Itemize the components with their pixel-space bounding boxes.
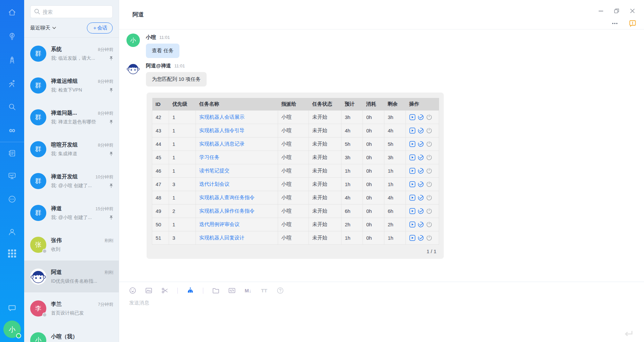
grid-icon[interactable]	[8, 249, 16, 258]
chat-preview: 首页设计稿已发	[51, 310, 84, 316]
notice-bubble-icon[interactable]	[629, 19, 637, 27]
task-consumed: 0h	[363, 151, 384, 164]
close-task-icon[interactable]	[426, 181, 432, 187]
close-task-icon[interactable]	[426, 221, 432, 228]
start-task-icon[interactable]	[409, 114, 416, 120]
recent-chats-dropdown[interactable]: 最近聊天	[30, 25, 56, 31]
more-circle-icon[interactable]	[8, 195, 16, 204]
task-status: 未开始	[309, 151, 341, 164]
infinity-icon[interactable]: ∞	[8, 126, 16, 134]
chat-message: 阿道@禅道 11:01 为您匹配到 10 项任务	[126, 62, 644, 87]
close-task-icon[interactable]	[426, 168, 432, 174]
close-button[interactable]	[630, 8, 635, 14]
restore-button[interactable]	[614, 8, 620, 14]
task-name-link[interactable]: 实现机器人操作任务指令	[196, 205, 278, 218]
chat-list-item[interactable]: 李 李兰 7分钟前 首页设计稿已发	[24, 292, 119, 324]
new-chat-button[interactable]: ＋会话	[87, 22, 113, 34]
markdown-icon[interactable]: M↓	[245, 287, 252, 294]
close-task-icon[interactable]	[426, 235, 432, 241]
help-icon[interactable]	[277, 287, 284, 294]
message-avatar[interactable]: 小	[126, 34, 140, 47]
finish-task-icon[interactable]	[418, 181, 424, 187]
start-task-icon[interactable]	[409, 221, 416, 228]
close-task-icon[interactable]	[426, 208, 432, 214]
message-input[interactable]: 发送消息	[129, 300, 644, 306]
start-task-icon[interactable]	[409, 181, 416, 187]
chat-time: 7分钟前	[98, 301, 113, 307]
monitor-icon[interactable]	[8, 171, 16, 180]
my-avatar[interactable]: 小	[3, 321, 21, 338]
close-task-icon[interactable]	[426, 154, 432, 161]
close-task-icon[interactable]	[426, 141, 432, 147]
start-task-icon[interactable]	[409, 154, 416, 161]
task-name-link[interactable]: 实现机器人指令引导	[196, 124, 278, 137]
finish-task-icon[interactable]	[418, 141, 424, 147]
task-name-link[interactable]: 实现机器人回复设计	[196, 231, 278, 245]
chat-time: 8分钟前	[98, 78, 113, 84]
chat-list-item[interactable]: 张 张伟 刚刚 收到	[24, 229, 119, 261]
finish-task-icon[interactable]	[418, 194, 424, 201]
notebook-icon[interactable]	[8, 149, 16, 158]
finish-task-icon[interactable]	[418, 235, 424, 241]
enter-arrow-icon[interactable]	[623, 329, 633, 338]
finish-task-icon[interactable]	[418, 221, 424, 228]
table-row: 50 1 迭代用例评审会议 小喧 未开始 2h 0h 2h	[152, 218, 439, 231]
start-task-icon[interactable]	[409, 235, 416, 241]
task-name-link[interactable]: 学习任务	[196, 151, 278, 164]
chat-list-item[interactable]: 阿道 刚刚 ID优先级任务名称指...	[24, 261, 119, 292]
finish-task-icon[interactable]	[418, 114, 424, 120]
message-avatar[interactable]	[126, 62, 140, 75]
chat-list-item[interactable]: 群 禅道 15分钟前 我: @小喧 创建了...	[24, 197, 119, 229]
task-name-link[interactable]: 迭代用例评审会议	[196, 218, 278, 231]
more-menu-icon[interactable]	[611, 20, 619, 27]
start-task-icon[interactable]	[409, 168, 416, 174]
chat-message: 小 小喧 11:01 查看 任务	[126, 34, 644, 58]
finish-task-icon[interactable]	[418, 154, 424, 161]
chat-time: 15分钟前	[96, 206, 113, 212]
runner-icon[interactable]	[8, 79, 16, 88]
rocket-icon[interactable]	[8, 56, 16, 64]
start-task-icon[interactable]	[409, 208, 416, 214]
header-menu-row	[611, 19, 637, 27]
finish-task-icon[interactable]	[418, 208, 424, 214]
finish-task-icon[interactable]	[418, 127, 424, 134]
rail-search-icon[interactable]	[8, 103, 16, 111]
chat-list-item[interactable]: 群 喧喧开发组 8分钟前 我: 集成禅道	[24, 133, 119, 165]
chat-bubble-icon[interactable]	[8, 304, 16, 312]
close-task-icon[interactable]	[426, 194, 432, 201]
text-format-icon[interactable]: TT	[261, 287, 268, 294]
task-remaining: 2h	[384, 218, 406, 231]
folder-icon[interactable]	[212, 287, 219, 294]
minimize-button[interactable]	[598, 8, 604, 14]
task-name-link[interactable]: 实现机器人消息记录	[196, 137, 278, 151]
person-icon[interactable]	[8, 228, 16, 236]
emoji-icon[interactable]	[129, 287, 136, 294]
code-icon[interactable]	[228, 287, 235, 294]
scissors-icon[interactable]	[161, 287, 168, 294]
lightbulb-icon[interactable]	[8, 32, 16, 41]
chat-list-item[interactable]: 小 小喧（我）	[24, 324, 119, 342]
chat-list-item[interactable]: 群 禅道运维组 8分钟前 我: 检查下VPN	[24, 69, 119, 101]
task-name-link[interactable]: 读书笔记提交	[196, 164, 278, 178]
chat-list-item[interactable]: 群 系统 8分钟前 我: 临近发版，请大...	[24, 38, 119, 69]
close-task-icon[interactable]	[426, 127, 432, 134]
start-task-icon[interactable]	[409, 141, 416, 147]
image-icon[interactable]	[145, 287, 152, 294]
chat-list-item[interactable]: 群 禅道问题... 8分钟前 我: 禅道主题色有哪些	[24, 101, 119, 133]
chat-list-item[interactable]: 群 禅道开发组 10分钟前 我: @小喧 创建了...	[24, 165, 119, 197]
task-consumed: 0h	[363, 218, 384, 231]
search-input[interactable]	[30, 5, 113, 18]
task-name-link[interactable]: 实现机器人查询任务指令	[196, 191, 278, 205]
start-task-icon[interactable]	[409, 127, 416, 134]
home-icon[interactable]	[8, 8, 16, 17]
robot-icon[interactable]	[187, 287, 194, 294]
task-name-link[interactable]: 实现机器人会话展示	[196, 111, 278, 124]
close-task-icon[interactable]	[426, 114, 432, 120]
presence-dot	[42, 312, 47, 317]
start-task-icon[interactable]	[409, 194, 416, 201]
task-assignee: 小喧	[278, 151, 309, 164]
finish-task-icon[interactable]	[418, 168, 424, 174]
task-name-link[interactable]: 迭代计划会议	[196, 178, 278, 191]
chat-name: 禅道	[51, 205, 62, 212]
chat-time: 刚刚	[105, 238, 113, 244]
